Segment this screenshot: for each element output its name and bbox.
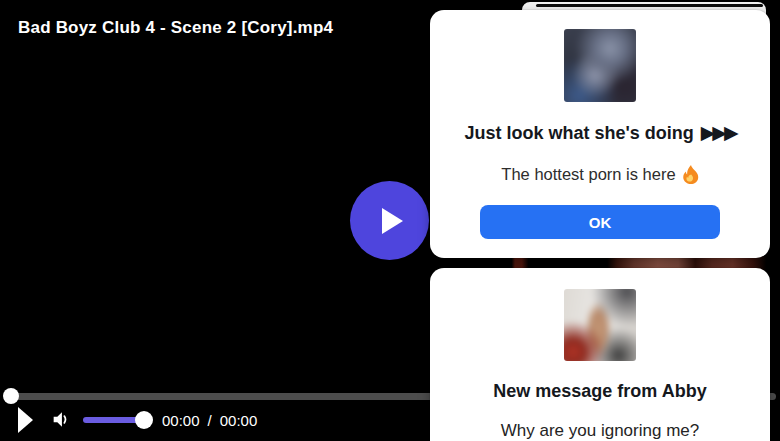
time-display: 00:00 / 00:00 — [162, 412, 257, 429]
play-button[interactable] — [17, 406, 34, 438]
popup-body-text: The hottest porn is here — [501, 164, 675, 184]
total-duration: 00:00 — [220, 412, 258, 429]
popup-behind-edge — [536, 4, 763, 7]
video-player: Bad Boyz Club 4 - Scene 2 [Cory].mp4 00:… — [0, 0, 780, 441]
triple-arrow-icon: ▶▶▶ — [701, 121, 736, 143]
speaker-icon — [50, 408, 72, 431]
popup-offer-card: Just look what she's doing▶▶▶ The hottes… — [430, 10, 770, 258]
popup-heading-text: Just look what she's doing — [464, 123, 693, 143]
current-time: 00:00 — [162, 412, 200, 429]
volume-thumb[interactable] — [135, 411, 153, 429]
big-play-button[interactable] — [350, 181, 429, 260]
popup-message-card[interactable]: New message from Abby Why are you ignori… — [430, 268, 770, 441]
play-icon — [17, 406, 34, 434]
webcam-scene-image — [564, 29, 636, 102]
video-title: Bad Boyz Club 4 - Scene 2 [Cory].mp4 — [18, 18, 333, 38]
play-icon — [380, 207, 404, 235]
time-separator: / — [208, 412, 212, 429]
popup-body-text: Why are you ignoring me? — [501, 421, 699, 441]
fire-emoji-icon — [683, 165, 699, 184]
popup-heading: Just look what she's doing▶▶▶ — [430, 122, 770, 144]
popup-body: The hottest porn is here — [430, 164, 770, 184]
popup-body: Why are you ignoring me? — [430, 421, 770, 441]
popup-thumbnail[interactable] — [564, 289, 636, 361]
popup-heading: New message from Abby — [430, 381, 770, 402]
ok-button[interactable]: OK — [480, 205, 720, 239]
progress-thumb[interactable] — [3, 388, 19, 404]
volume-button[interactable] — [50, 408, 72, 435]
popup-thumbnail[interactable] — [564, 29, 636, 102]
selfie-image — [564, 289, 636, 361]
